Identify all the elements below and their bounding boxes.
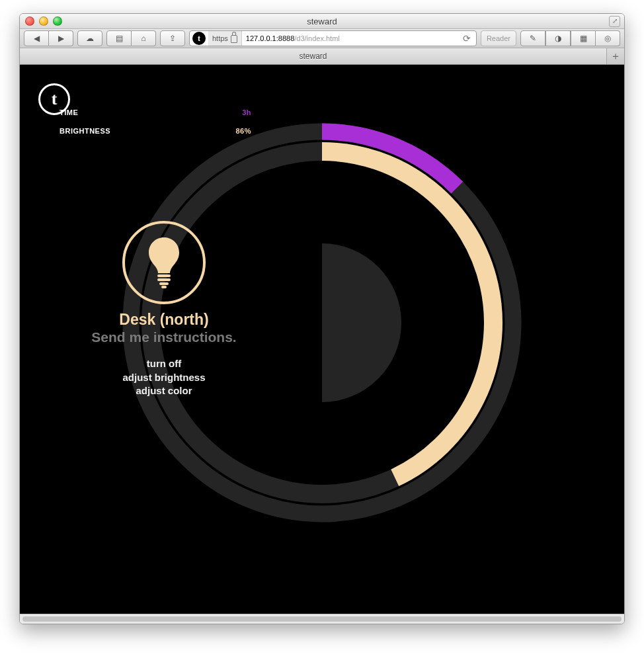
cmd-adjust-brightness[interactable]: adjust brightness: [85, 371, 243, 384]
reload-button[interactable]: ⟳: [458, 33, 476, 44]
reader-button[interactable]: Reader: [481, 30, 516, 46]
inspector-2-button[interactable]: ▦: [571, 30, 596, 46]
cmd-adjust-color[interactable]: adjust color: [85, 384, 243, 397]
browser-tab[interactable]: steward: [20, 48, 607, 64]
device-name: Desk (north): [85, 311, 243, 328]
fullscreen-button[interactable]: ⤢: [609, 16, 620, 27]
device-icon-ring: [122, 221, 206, 304]
url-path: /d3/index.html: [294, 34, 339, 42]
device-panel: Desk (north) Send me instructions. turn …: [85, 221, 243, 397]
device-subtitle: Send me instructions.: [85, 329, 243, 345]
svg-rect-5: [161, 286, 167, 288]
inspector-3-button[interactable]: ◎: [596, 30, 620, 46]
window-titlebar: steward ⤢: [20, 14, 624, 29]
scrollbar-thumb[interactable]: [22, 616, 622, 622]
home-button[interactable]: ⌂: [132, 30, 156, 46]
svg-rect-2: [157, 274, 171, 277]
time-value: 3h: [237, 108, 251, 116]
tab-bar: steward ＋: [20, 48, 624, 65]
site-favicon-icon: t: [192, 32, 206, 45]
lock-icon: [231, 35, 237, 43]
browser-toolbar: ◀ ▶ ☁ ▤ ⌂ ⇪ t https 127.0.0.1:8888 /d3/i…: [20, 29, 624, 48]
time-label: TIME: [60, 108, 78, 116]
lightbulb-icon: [144, 236, 184, 289]
svg-rect-3: [157, 278, 171, 281]
icloud-tabs-button[interactable]: ☁: [77, 30, 102, 46]
svg-rect-4: [159, 282, 169, 285]
url-scheme: https: [208, 31, 242, 46]
brightness-label: BRIGHTNESS: [60, 127, 110, 135]
share-button[interactable]: ⇪: [160, 30, 185, 46]
brightness-value: 86%: [230, 127, 251, 135]
bookmarks-button[interactable]: ▤: [106, 30, 132, 46]
window-title: steward: [20, 17, 624, 26]
scheme-text: https: [212, 34, 228, 42]
forward-button[interactable]: ▶: [49, 30, 73, 46]
new-tab-button[interactable]: ＋: [607, 48, 624, 64]
url-host: 127.0.0.1:8888: [242, 34, 294, 42]
address-bar[interactable]: t https 127.0.0.1:8888 /d3/index.html ⟳: [189, 30, 477, 46]
autofill-button[interactable]: ✎: [520, 30, 545, 46]
back-button[interactable]: ◀: [24, 30, 49, 46]
inspector-1-button[interactable]: ◑: [545, 30, 571, 46]
horizontal-scrollbar[interactable]: [20, 614, 624, 624]
cmd-turn-off[interactable]: turn off: [85, 357, 243, 370]
device-commands: turn off adjust brightness adjust color: [85, 357, 243, 397]
browser-window: steward ⤢ ◀ ▶ ☁ ▤ ⌂ ⇪ t https 127.0.0.1:…: [19, 13, 625, 624]
ring-labels: TIME 3h BRIGHTNESS 86%: [60, 103, 251, 140]
page-content: t TIME 3h BRIGHTNESS 86%: [20, 65, 624, 614]
